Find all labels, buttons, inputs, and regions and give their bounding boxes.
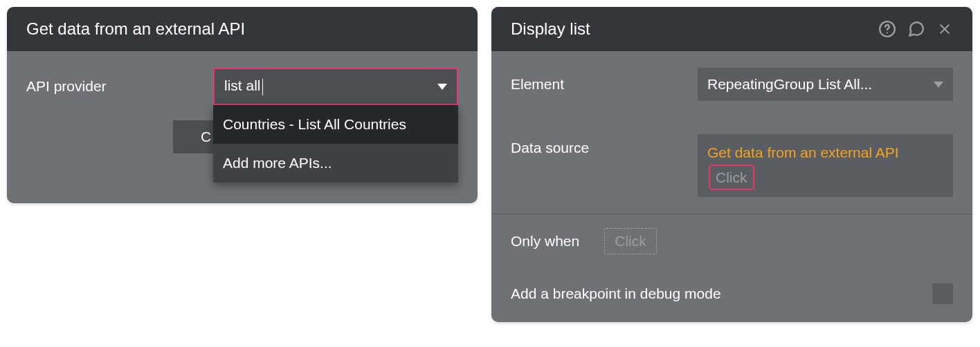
comment-icon[interactable]	[907, 20, 925, 38]
panel-body-left: C API provider list all Countries - List…	[7, 51, 478, 203]
data-source-value[interactable]: Get data from an external APIClick	[698, 134, 953, 197]
api-provider-row: API provider list all Countries - List A…	[7, 51, 478, 122]
close-icon[interactable]	[936, 21, 953, 37]
data-source-expression: Get data from an external API	[707, 144, 899, 160]
panel-header-left: Get data from an external API	[7, 7, 478, 51]
panel-header-right: Display list	[491, 7, 972, 51]
only-when-label: Only when	[511, 233, 579, 250]
display-list-panel: Display list Element	[491, 7, 972, 322]
breakpoint-row: Add a breakpoint in debug mode	[491, 268, 972, 322]
element-row: Element RepeatingGroup List All...	[491, 51, 972, 118]
svg-point-1	[887, 32, 888, 33]
chevron-down-icon	[437, 84, 447, 90]
breakpoint-label: Add a breakpoint in debug mode	[511, 285, 721, 302]
header-icons	[878, 20, 953, 38]
element-select[interactable]: RepeatingGroup List All...	[698, 68, 953, 101]
dropdown-option-countries[interactable]: Countries - List All Countries	[213, 105, 458, 144]
api-provider-label: API provider	[26, 78, 213, 95]
api-provider-dropdown: Countries - List All Countries Add more …	[213, 105, 458, 182]
panel-title-right: Display list	[511, 19, 590, 39]
dropdown-option-add-more[interactable]: Add more APIs...	[213, 144, 458, 182]
breakpoint-checkbox[interactable]	[932, 283, 953, 304]
help-icon[interactable]	[878, 20, 896, 38]
only-when-click[interactable]: Click	[604, 228, 657, 254]
only-when-row: Only when Click	[491, 214, 972, 268]
data-source-row: Data source Get data from an external AP…	[491, 118, 972, 214]
element-value: RepeatingGroup List All...	[707, 76, 872, 93]
external-api-panel: Get data from an external API C API prov…	[7, 7, 478, 203]
panel-body-right: Element RepeatingGroup List All... Data …	[491, 51, 972, 322]
api-provider-value: list all	[224, 77, 263, 95]
click-pill[interactable]: Click	[709, 165, 754, 191]
data-source-label: Data source	[511, 134, 698, 156]
element-wrapper: RepeatingGroup List All...	[698, 68, 953, 101]
element-label: Element	[511, 76, 698, 93]
api-provider-select[interactable]: list all	[213, 68, 458, 105]
chevron-down-icon	[934, 82, 943, 88]
api-provider-wrapper: list all Countries - List All Countries …	[213, 68, 458, 105]
panel-title-left: Get data from an external API	[26, 19, 245, 39]
